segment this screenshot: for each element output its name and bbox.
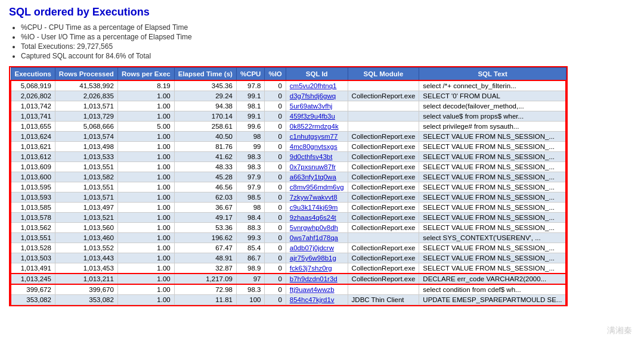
table-cell: 0: [265, 142, 286, 152]
table-cell[interactable]: 0ws7ahf1d78qa: [286, 233, 348, 243]
table-cell[interactable]: c1nhutgsysm77: [286, 132, 348, 142]
info-bullets: %CPU - CPU Time as a percentage of Elaps…: [9, 23, 635, 60]
col-header-executions: Executions: [11, 68, 55, 81]
table-row: 1,013,6555,068,6665.00258.6199.600k8522r…: [11, 122, 566, 132]
col-header-elapsed-time--s-: Elapsed Time (s): [174, 68, 236, 81]
table-cell: 46.56: [174, 182, 236, 192]
table-cell[interactable]: c9u3k174kj69m: [286, 203, 348, 213]
table-cell[interactable]: 0x7pxsnuw87fr: [286, 162, 348, 172]
table-row: 1,013,7421,013,5711.0094.3898.105ur69atw…: [11, 101, 566, 111]
table-cell: CollectionReport.exe: [348, 162, 419, 172]
table-row: 1,013,5281,013,5521.0067.4785.40a0db07j0…: [11, 243, 566, 253]
table-cell: 98.5: [236, 192, 265, 203]
table-cell[interactable]: 7zkyw7wakvvt8: [286, 192, 348, 203]
table-cell: SELECT VALUE FROM NLS_SESSION_...: [419, 162, 566, 172]
table-cell[interactable]: a663nfy1tq0wa: [286, 172, 348, 182]
table-cell: 0: [265, 233, 286, 243]
table-cell: 1,013,585: [11, 203, 55, 213]
table-cell: 5,068,666: [55, 122, 117, 132]
table-cell: 1,013,503: [11, 253, 55, 263]
table-cell: 1,013,742: [11, 101, 55, 111]
table-cell: 0: [265, 274, 286, 284]
table-cell: 0: [265, 80, 286, 91]
table-cell[interactable]: ftj9uawt4wwzb: [286, 284, 348, 295]
table-cell: 0: [265, 203, 286, 213]
table-cell: 1,013,582: [55, 172, 117, 182]
table-cell: 36.67: [174, 203, 236, 213]
table-cell: CollectionReport.exe: [348, 132, 419, 142]
col-header--cpu: %CPU: [236, 68, 265, 81]
table-cell: 0: [265, 101, 286, 111]
table-cell: 5,068,919: [11, 80, 55, 91]
bullet-item: Total Executions: 29,727,565: [21, 42, 635, 51]
table-cell: SELECT VALUE FROM NLS_SESSION_...: [419, 132, 566, 142]
table-cell[interactable]: 459f3z9u4fb3u: [286, 111, 348, 122]
table-cell: 1,013,528: [11, 243, 55, 253]
table-cell[interactable]: fck63j7shz0rg: [286, 263, 348, 274]
table-cell: 1,013,497: [55, 203, 117, 213]
table-cell: 98.9: [236, 263, 265, 274]
table-cell: 45.28: [174, 172, 236, 182]
table-cell[interactable]: cm5vu20fhtnq1: [286, 80, 348, 91]
table-cell: 1,013,552: [55, 243, 117, 253]
table-cell: 0: [265, 172, 286, 182]
table-cell: 48.33: [174, 162, 236, 172]
bullet-item: Captured SQL account for 84.6% of Total: [21, 52, 635, 60]
bullet-item: %IO - User I/O Time as a percentage of E…: [21, 33, 635, 41]
table-row: 1,013,6241,013,5741.0040.50980c1nhutgsys…: [11, 132, 566, 142]
table-cell: 1,013,551: [55, 162, 117, 172]
table-cell[interactable]: 9d0cthfsv43bt: [286, 152, 348, 162]
table-cell[interactable]: b7h9dzdn01r3d: [286, 274, 348, 284]
table-cell: 1,013,562: [11, 223, 55, 233]
table-cell: 399,672: [11, 284, 55, 295]
table-cell: 48.91: [174, 253, 236, 263]
table-cell: 0: [265, 162, 286, 172]
table-cell[interactable]: ajr75y6w98b1g: [286, 253, 348, 263]
table-cell: 1,013,729: [55, 111, 117, 122]
table-cell: 1.00: [117, 111, 174, 122]
col-header--io: %IO: [265, 68, 286, 81]
table-row: 353,082353,0821.0011.811000854hc47kjrd1v…: [11, 295, 566, 305]
table-cell[interactable]: a0db07j0jdcrw: [286, 243, 348, 253]
table-cell[interactable]: 5ur69atw3vfhj: [286, 101, 348, 111]
table-row: 2,026,8022,026,8351.0029.2499.10d3g7fshd…: [11, 91, 566, 101]
table-cell: 1,013,521: [55, 213, 117, 223]
table-cell: [348, 101, 419, 111]
table-row: 1,013,5851,013,4971.0036.67980c9u3k174kj…: [11, 203, 566, 213]
table-row: 1,013,5621,013,5601.0053.3688.305vnrgwhp…: [11, 223, 566, 233]
table-cell: 99.1: [236, 91, 265, 101]
table-cell: 1,013,624: [11, 132, 55, 142]
table-cell: 1,013,560: [55, 223, 117, 233]
table-cell: 0: [265, 295, 286, 305]
table-cell[interactable]: c8mv956mdm6vg: [286, 182, 348, 192]
table-cell[interactable]: 854hc47kjrd1v: [286, 295, 348, 305]
table-cell: 1,013,655: [11, 122, 55, 132]
table-cell: 97.8: [236, 80, 265, 91]
table-cell: 1.00: [117, 172, 174, 182]
table-cell[interactable]: 9zhaas4q6s24t: [286, 213, 348, 223]
table-cell[interactable]: 5vnrgwhp0v8dh: [286, 223, 348, 233]
table-cell: 2,026,835: [55, 91, 117, 101]
table-cell: SELECT '0' FROM DUAL: [419, 91, 566, 101]
table-cell: 29.24: [174, 91, 236, 101]
table-cell: 1.00: [117, 213, 174, 223]
col-header-sql-id: SQL Id: [286, 68, 348, 81]
col-header-rows-per-exec: Rows per Exec: [117, 68, 174, 81]
table-cell: 81.76: [174, 142, 236, 152]
table-cell: SELECT VALUE FROM NLS_SESSION_...: [419, 203, 566, 213]
table-cell: CollectionReport.exe: [348, 91, 419, 101]
table-cell: 1,013,593: [11, 192, 55, 203]
table-cell: select /*+ connect_by_filterin...: [419, 80, 566, 91]
table-cell[interactable]: d3g7fshdj6gwq: [286, 91, 348, 101]
table-cell: 1.00: [117, 152, 174, 162]
table-cell: 1.00: [117, 142, 174, 152]
table-cell[interactable]: 4mc80gnvtsxgs: [286, 142, 348, 152]
table-cell[interactable]: 0k8522rmdzg4k: [286, 122, 348, 132]
table-cell: select condition from cdef$ wh...: [419, 284, 566, 295]
table-cell: [348, 122, 419, 132]
table-cell: 98: [236, 132, 265, 142]
table-cell: CollectionReport.exe: [348, 274, 419, 284]
table-cell: 353,082: [55, 295, 117, 305]
table-row: 1,013,6121,013,5331.0041.6298.309d0cthfs…: [11, 152, 566, 162]
table-cell: CollectionReport.exe: [348, 142, 419, 152]
